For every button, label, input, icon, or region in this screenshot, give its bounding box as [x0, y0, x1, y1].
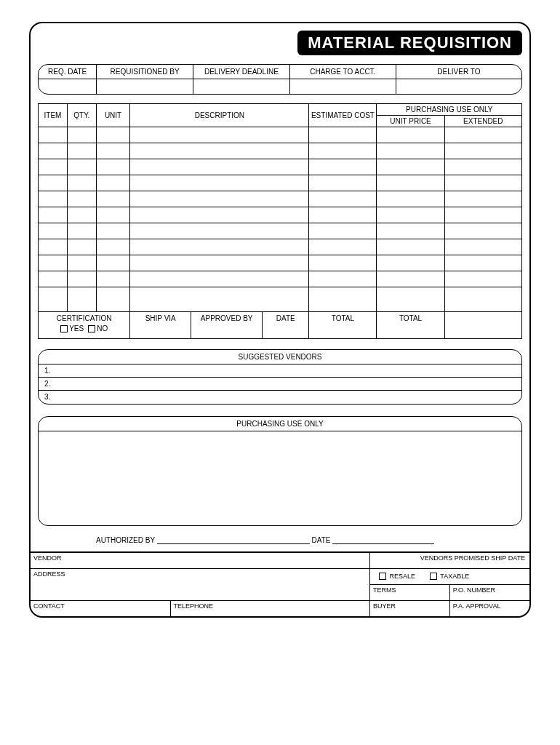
vendor-label[interactable]: VENDOR	[31, 552, 369, 568]
price-cell[interactable]	[377, 191, 444, 207]
price-cell[interactable]	[377, 287, 444, 311]
desc-cell[interactable]	[130, 143, 309, 159]
cost-cell[interactable]	[309, 239, 377, 255]
qty-cell[interactable]	[67, 143, 96, 159]
unit-cell[interactable]	[96, 287, 130, 311]
ext-cell[interactable]	[444, 159, 521, 175]
purchasing-body[interactable]	[39, 431, 521, 525]
price-cell[interactable]	[377, 239, 444, 255]
cost-cell[interactable]	[309, 271, 377, 287]
cost-cell[interactable]	[309, 159, 377, 175]
cost-cell[interactable]	[309, 207, 377, 223]
cost-cell[interactable]	[309, 127, 377, 143]
resale-checkbox[interactable]	[379, 573, 386, 580]
unit-cell[interactable]	[96, 159, 130, 175]
item-cell[interactable]	[39, 175, 68, 191]
req-date-field[interactable]	[39, 79, 97, 94]
unit-cell[interactable]	[96, 127, 130, 143]
qty-cell[interactable]	[67, 127, 96, 143]
item-cell[interactable]	[39, 143, 68, 159]
terms-label[interactable]: TERMS	[369, 584, 449, 600]
promised-ship-date-label[interactable]: VENDORS PROMISED SHIP DATE	[369, 552, 529, 568]
qty-cell[interactable]	[67, 255, 96, 271]
po-number-label[interactable]: P.O. NUMBER	[449, 584, 529, 600]
cert-yes-checkbox[interactable]	[60, 325, 68, 332]
requisitioned-by-field[interactable]	[97, 79, 193, 94]
ext-cell[interactable]	[444, 287, 521, 311]
item-cell[interactable]	[39, 191, 68, 207]
qty-cell[interactable]	[67, 239, 96, 255]
qty-cell[interactable]	[67, 175, 96, 191]
ext-cell[interactable]	[444, 207, 521, 223]
price-cell[interactable]	[377, 143, 444, 159]
desc-cell[interactable]	[130, 191, 309, 207]
item-cell[interactable]	[39, 287, 68, 311]
price-cell[interactable]	[377, 223, 444, 239]
price-cell[interactable]	[377, 175, 444, 191]
price-cell[interactable]	[377, 127, 444, 143]
cost-cell[interactable]	[309, 223, 377, 239]
delivery-deadline-field[interactable]	[193, 79, 289, 94]
telephone-label[interactable]: TELEPHONE	[170, 600, 369, 616]
vendor-row-2[interactable]: 2.	[39, 378, 521, 391]
unit-cell[interactable]	[96, 191, 130, 207]
desc-cell[interactable]	[130, 175, 309, 191]
charge-to-acct-field[interactable]	[289, 79, 396, 94]
cost-cell[interactable]	[309, 175, 377, 191]
address-label[interactable]: ADDRESS	[31, 568, 369, 600]
ext-cell[interactable]	[444, 143, 521, 159]
total-ext-cell[interactable]	[444, 311, 521, 338]
price-cell[interactable]	[377, 207, 444, 223]
desc-cell[interactable]	[130, 271, 309, 287]
item-cell[interactable]	[39, 271, 68, 287]
cert-no-checkbox[interactable]	[88, 325, 95, 332]
item-cell[interactable]	[39, 207, 68, 223]
desc-cell[interactable]	[130, 159, 309, 175]
desc-cell[interactable]	[130, 127, 309, 143]
ext-cell[interactable]	[444, 255, 521, 271]
authorized-by-field[interactable]	[157, 536, 310, 544]
ext-cell[interactable]	[444, 175, 521, 191]
unit-cell[interactable]	[96, 239, 130, 255]
unit-cell[interactable]	[96, 207, 130, 223]
price-cell[interactable]	[377, 255, 444, 271]
qty-cell[interactable]	[67, 207, 96, 223]
qty-cell[interactable]	[67, 287, 96, 311]
qty-cell[interactable]	[67, 191, 96, 207]
price-cell[interactable]	[377, 159, 444, 175]
ext-cell[interactable]	[444, 127, 521, 143]
auth-date-field[interactable]	[332, 536, 434, 544]
taxable-checkbox[interactable]	[430, 573, 437, 580]
item-cell[interactable]	[39, 255, 68, 271]
cost-cell[interactable]	[309, 255, 377, 271]
desc-cell[interactable]	[130, 239, 309, 255]
buyer-label[interactable]: BUYER	[369, 600, 449, 616]
desc-cell[interactable]	[130, 207, 309, 223]
unit-cell[interactable]	[96, 143, 130, 159]
cost-cell[interactable]	[309, 143, 377, 159]
desc-cell[interactable]	[130, 223, 309, 239]
item-cell[interactable]	[39, 127, 68, 143]
desc-cell[interactable]	[130, 255, 309, 271]
unit-cell[interactable]	[96, 223, 130, 239]
deliver-to-field[interactable]	[396, 79, 521, 94]
ext-cell[interactable]	[444, 271, 521, 287]
ext-cell[interactable]	[444, 191, 521, 207]
price-cell[interactable]	[377, 271, 444, 287]
ext-cell[interactable]	[444, 223, 521, 239]
qty-cell[interactable]	[67, 271, 96, 287]
unit-cell[interactable]	[96, 271, 130, 287]
contact-label[interactable]: CONTACT	[31, 600, 170, 616]
pa-approval-label[interactable]: P.A. APPROVAL	[449, 600, 529, 616]
unit-cell[interactable]	[96, 255, 130, 271]
unit-cell[interactable]	[96, 175, 130, 191]
item-cell[interactable]	[39, 159, 68, 175]
ext-cell[interactable]	[444, 239, 521, 255]
cost-cell[interactable]	[309, 287, 377, 311]
item-cell[interactable]	[39, 239, 68, 255]
item-cell[interactable]	[39, 223, 68, 239]
qty-cell[interactable]	[67, 159, 96, 175]
cost-cell[interactable]	[309, 191, 377, 207]
desc-cell[interactable]	[130, 287, 309, 311]
vendor-row-1[interactable]: 1.	[39, 364, 521, 378]
